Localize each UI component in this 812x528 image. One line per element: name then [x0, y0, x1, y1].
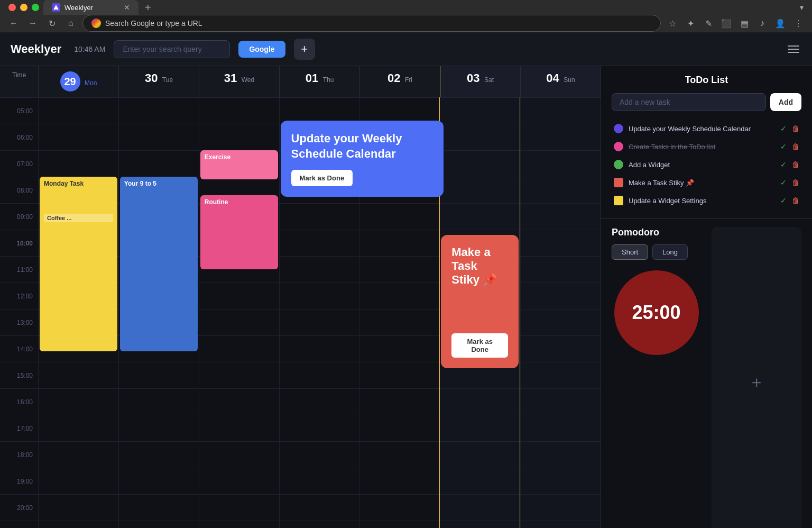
timeslot-0700: 07:00	[0, 150, 38, 177]
day-number-30: 30	[145, 71, 158, 85]
day-col-thu: Update your Weekly Schedule Calendar Mar…	[279, 97, 359, 528]
timeslot-1100: 11:00	[0, 256, 38, 283]
todo-item-4: Make a Task Stiky 📌 ✓ 🗑	[612, 174, 801, 192]
reload-button[interactable]: ↻	[44, 16, 59, 31]
day-name-fri: Fri	[405, 76, 412, 84]
event-routine[interactable]: Routine	[200, 195, 278, 269]
day-number-31: 31	[224, 71, 237, 85]
back-button[interactable]: ←	[6, 16, 21, 31]
pomodoro-timer[interactable]: 25:00	[614, 270, 699, 355]
google-logo-icon	[91, 19, 101, 28]
google-search-button[interactable]: Google	[238, 41, 285, 58]
todo-input-row: Add	[612, 93, 801, 111]
todo-text-5: Update a Widget Settings	[629, 197, 775, 205]
todo-check-3: ✓	[780, 160, 787, 169]
todo-text-1: Update your Weekly Schedule Calendar	[629, 125, 775, 133]
sidebar-icon[interactable]: ▤	[737, 16, 752, 31]
todo-dot-1	[614, 124, 623, 133]
home-button[interactable]: ⌂	[63, 16, 78, 31]
timeslot-1400: 14:00	[0, 335, 38, 362]
todo-check-4: ✓	[780, 178, 787, 187]
close-window-button[interactable]	[8, 4, 16, 11]
todo-dot-3	[614, 160, 623, 169]
pomodoro-long-button[interactable]: Long	[652, 244, 688, 260]
todo-add-button[interactable]: Add	[770, 93, 801, 111]
todo-delete-1[interactable]: 🗑	[792, 124, 799, 133]
todo-delete-3[interactable]: 🗑	[792, 160, 799, 169]
add-widget-plus-icon[interactable]: +	[752, 373, 762, 393]
search-input[interactable]	[114, 40, 230, 58]
timeslot-2000: 20:00	[0, 494, 38, 521]
pomodoro-buttons: Short Long	[612, 244, 701, 260]
tab-favicon	[52, 3, 60, 12]
hamburger-menu-button[interactable]	[786, 43, 801, 55]
day-header-fri: 02 Fri	[359, 66, 440, 97]
timeslot-1600: 16:00	[0, 388, 38, 415]
todo-item-3: Add a Widget ✓ 🗑	[612, 156, 801, 174]
day-col-mon: Monday Task Coffee ...	[38, 97, 118, 528]
bookmark-icon[interactable]: ☆	[665, 16, 680, 31]
timeslot-1800: 18:00	[0, 441, 38, 468]
todo-check-5: ✓	[780, 196, 787, 205]
todo-check-2: ✓	[780, 142, 787, 151]
todo-dot-5	[614, 196, 623, 205]
add-widget-button[interactable]: +	[294, 39, 315, 60]
day-col-wed: Exercise Routine	[199, 97, 279, 528]
todo-text-2: Create Tasks in the ToDo list	[629, 143, 775, 151]
day-header-sat: 03 Sat	[440, 66, 520, 97]
pomodoro-row: Pomodoro Short Long 25:00	[612, 227, 801, 528]
traffic-lights	[8, 4, 39, 11]
pomodoro-right-widget: +	[712, 227, 801, 528]
day-header-sun: 04 Sun	[520, 66, 601, 97]
event-label: Monday Task	[44, 180, 84, 187]
calendar-area: Time 29 Mon 30 Tue 31 Wed	[0, 66, 601, 528]
music-icon[interactable]: ♪	[755, 16, 770, 31]
new-tab-button[interactable]: +	[145, 2, 151, 14]
pomodoro-section: Pomodoro Short Long 25:00	[601, 219, 812, 528]
active-tab[interactable]: Weeklyer ✕	[43, 0, 139, 15]
timeslot-1500: 15:00	[0, 362, 38, 388]
day-number-02: 02	[387, 71, 400, 85]
fullscreen-window-button[interactable]	[32, 4, 39, 11]
browser-dropdown[interactable]: ▾	[800, 3, 804, 12]
edit-icon[interactable]: ✎	[701, 16, 716, 31]
nav-actions: ☆ ✦ ✎ ⬛ ▤ ♪ 👤 ⋮	[665, 16, 806, 31]
todo-section: ToDo List Add Update your Weekly Schedul…	[601, 66, 812, 219]
popup-card-red[interactable]: Make a Task Stiky 📌 Mark as Done	[441, 235, 519, 368]
timeslot-1900: 19:00	[0, 468, 38, 494]
popup-card-blue[interactable]: Update your Weekly Schedule Calendar Mar…	[281, 121, 444, 197]
day-columns: Monday Task Coffee ...	[38, 97, 601, 528]
address-bar[interactable]: Search Google or type a URL	[82, 15, 661, 32]
event-label: Your 9 to 5	[124, 180, 156, 187]
right-panel: ToDo List Add Update your Weekly Schedul…	[601, 66, 812, 528]
todo-delete-2[interactable]: 🗑	[792, 142, 799, 151]
todo-delete-4[interactable]: 🗑	[792, 178, 799, 187]
avatar-icon[interactable]: 👤	[773, 16, 788, 31]
day-header-tue: 30 Tue	[118, 66, 199, 97]
pomodoro-time-display: 25:00	[632, 302, 680, 324]
popup-blue-mark-done-button[interactable]: Mark as Done	[291, 170, 353, 186]
event-monday-task[interactable]: Monday Task Coffee ...	[40, 177, 117, 351]
todo-delete-5[interactable]: 🗑	[792, 196, 799, 205]
puzzle-icon[interactable]: ⬛	[719, 16, 734, 31]
todo-dot-2	[614, 142, 623, 151]
event-9to5[interactable]: Your 9 to 5	[120, 177, 198, 351]
todo-input[interactable]	[612, 93, 766, 111]
minimize-window-button[interactable]	[20, 4, 27, 11]
pomodoro-short-button[interactable]: Short	[612, 244, 648, 260]
day-number-04: 04	[546, 71, 559, 85]
menu-dots-icon[interactable]: ⋮	[791, 16, 806, 31]
tab-title: Weeklyer	[64, 4, 93, 12]
extensions-icon[interactable]: ✦	[683, 16, 698, 31]
event-exercise[interactable]: Exercise	[200, 150, 278, 179]
popup-red-mark-done-button[interactable]: Mark as Done	[451, 333, 508, 358]
pomodoro-timer-area: 25:00	[612, 270, 701, 355]
day-name-mon: Mon	[85, 79, 97, 87]
timeslot-0900: 09:00	[0, 203, 38, 230]
svg-marker-0	[53, 5, 59, 10]
time-column: 05:00 06:00 07:00 08:00 09:00 10:00 11:0…	[0, 97, 38, 528]
day-col-tue: Your 9 to 5	[118, 97, 199, 528]
browser-frame: Weeklyer ✕ + ▾ ← → ↻ ⌂ Search Google or …	[0, 0, 812, 528]
tab-close-button[interactable]: ✕	[124, 3, 130, 12]
forward-button[interactable]: →	[25, 16, 40, 31]
